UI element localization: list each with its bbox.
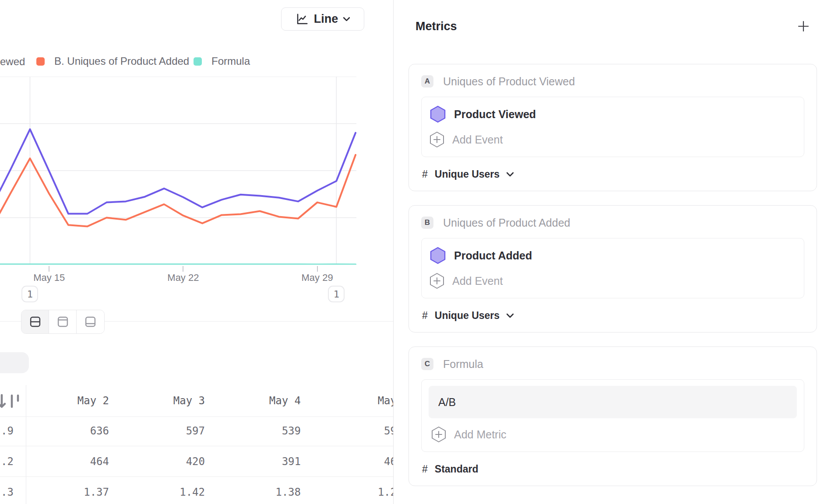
axis-tick [183,266,183,272]
metric-card-a: A Uniques of Product Viewed Product View… [408,64,817,191]
metric-card-c: C Formula A/B Add Metric # Standard [408,346,817,486]
chart-legend: ewed B. Uniques of Product Added Formula [0,55,393,67]
hash-icon: # [422,310,428,322]
table-cell: 636 [26,416,122,446]
chevron-down-icon [507,313,514,318]
event-row[interactable]: Product Viewed [430,102,796,127]
add-event-hexagon-plus-icon [430,131,444,148]
line-chart-svg [0,77,356,265]
measure-dropdown[interactable]: # Unique Users [421,168,804,180]
table-filter-pill[interactable] [0,352,29,373]
data-table: May 2 May 3 May 4 May .9 636 597 539 59 … [0,385,393,504]
row-label: .2 [0,446,26,477]
event-subcard: Product Viewed Add Event [421,97,804,157]
top-bar-icon [57,316,69,328]
add-metric-plus-button[interactable] [797,20,810,33]
measure-label: Unique Users [435,168,500,180]
chevron-down-icon [507,172,514,177]
metrics-panel: Metrics A Uniques of Product Viewed Prod… [393,0,831,504]
metric-letter-badge: C [421,358,433,370]
event-row[interactable]: Product Added [430,243,796,268]
line-chart-plot [0,77,356,265]
row-label: .3 [0,477,26,504]
plus-icon [797,20,810,33]
metric-card-b: B Uniques of Product Added Product Added… [408,205,817,332]
legend-item-label: Formula [211,55,250,67]
axis-tick-label: May 22 [167,272,199,284]
legend-color-chip [36,57,45,66]
hash-icon: # [422,168,428,180]
table-cell: 46 [314,446,393,477]
table-cell: 539 [218,416,314,446]
column-header[interactable]: May 2 [26,385,122,417]
measure-label: Unique Users [435,310,500,322]
event-hexagon-icon [430,247,446,264]
event-subcard: Product Added Add Event [421,238,804,298]
metric-card-title: Uniques of Product Added [443,217,570,229]
table-cell: 1.42 [122,477,218,504]
metric-card-title: Formula [443,358,483,371]
add-metric-label: Add Metric [454,428,506,441]
line-chart-icon [296,13,309,26]
bottom-bar-icon [85,316,96,328]
sort-column-header[interactable] [0,385,26,417]
column-header[interactable]: May 3 [122,385,218,417]
chart-section: Line ewed B. Uniques of Product Added Fo… [0,0,393,504]
column-header[interactable]: May [314,385,393,417]
add-event-row[interactable]: Add Event [430,127,796,152]
x-axis: May 15May 22May 2911 [0,265,356,308]
annotation-badge[interactable]: 1 [21,286,38,302]
table-cell: 59 [314,416,393,446]
hash-icon: # [422,463,428,475]
measure-label: Standard [435,463,479,475]
add-metric-hexagon-plus-icon [431,426,446,443]
metric-card-title: Uniques of Product Viewed [443,75,575,88]
chevron-down-icon [343,17,350,21]
chart-type-dropdown[interactable]: Line [281,7,364,31]
axis-tick [317,266,318,272]
table-cell: 1.38 [218,477,314,504]
metrics-panel-title: Metrics [416,20,457,33]
formula-input[interactable]: A/B [429,386,797,418]
row-label: .9 [0,416,26,446]
event-name: Product Added [454,249,532,262]
table-cell: 1.37 [26,477,122,504]
legend-item-truncated[interactable]: ewed [0,56,25,68]
add-event-row[interactable]: Add Event [430,268,796,294]
table-cell: 391 [218,446,314,477]
legend-item[interactable]: Formula [194,55,250,67]
axis-tick-label: May 15 [33,272,65,284]
add-event-hexagon-plus-icon [430,273,444,289]
split-rows-icon [29,316,41,328]
layout-table-only-button[interactable] [77,310,104,333]
table-cell: 597 [122,416,218,446]
table-cell: 420 [122,446,218,477]
chart-type-label: Line [314,12,338,26]
table-cell: 1.2 [314,477,393,504]
legend-color-chip [194,57,202,66]
event-name: Product Viewed [454,108,536,121]
legend-item[interactable]: B. Uniques of Product Added [36,55,189,67]
add-event-label: Add Event [452,133,503,146]
measure-dropdown[interactable]: # Unique Users [421,310,804,322]
legend-item-label: B. Uniques of Product Added [54,55,189,67]
formula-subcard: A/B Add Metric [421,379,804,452]
table-cell: 464 [26,446,122,477]
column-header[interactable]: May 4 [218,385,314,417]
add-event-label: Add Event [452,275,503,287]
event-hexagon-icon [430,105,446,123]
measure-row[interactable]: # Standard [421,463,804,475]
annotation-badge[interactable]: 1 [328,286,345,302]
add-metric-row[interactable]: Add Metric [429,422,797,447]
axis-tick [49,266,49,272]
axis-tick-label: May 29 [302,272,333,284]
layout-chart-only-button[interactable] [49,310,77,333]
layout-toggle-group [21,310,105,334]
layout-split-button[interactable] [21,310,49,333]
metric-letter-badge: A [421,75,433,88]
metric-letter-badge: B [421,217,433,229]
